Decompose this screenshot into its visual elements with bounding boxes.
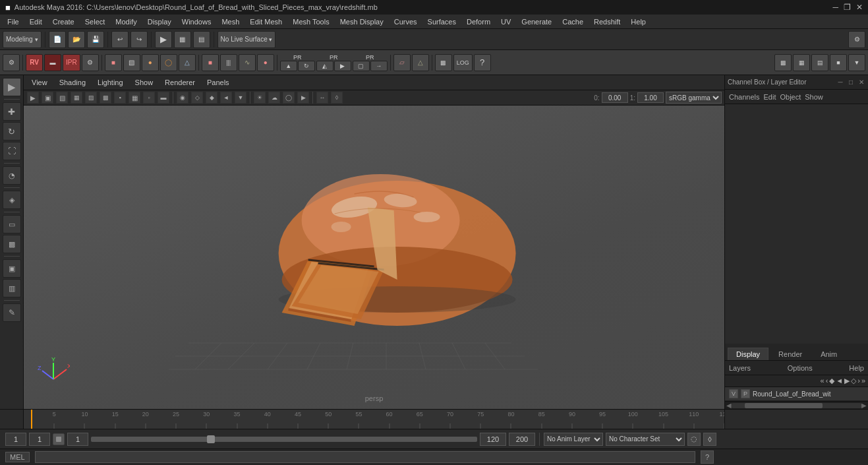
render-view-button[interactable]: RV (26, 54, 43, 71)
panel-layout-4[interactable]: ■ (830, 54, 847, 71)
display-tab-display[interactable]: Display (728, 348, 768, 360)
cube-button[interactable]: ■ (105, 54, 122, 71)
soft-mod-btn[interactable]: ◈ (3, 191, 21, 209)
mel-button[interactable]: MEL (5, 452, 30, 462)
scale-tool-btn[interactable]: ⛶ (3, 142, 21, 160)
pr-btn-3b[interactable]: → (370, 61, 388, 71)
menu-item-display[interactable]: Display (143, 16, 176, 27)
vp-manip5[interactable]: ▼ (235, 92, 246, 104)
vp-manip3[interactable]: ◆ (206, 92, 217, 104)
select-tool[interactable]: ▶ (155, 31, 172, 48)
layer-arrow-8[interactable]: » (861, 377, 865, 385)
menu-item-deform[interactable]: Deform (462, 16, 495, 27)
vp-menu-lighting[interactable]: Lighting (92, 77, 129, 88)
layers-tab[interactable]: Layers (729, 364, 751, 372)
lasso-tool[interactable]: ▦ (174, 31, 191, 48)
scroll-thumb[interactable] (745, 403, 823, 408)
vp-shade4[interactable]: ▪ (114, 92, 126, 104)
ipr-button[interactable]: IPR (63, 54, 80, 71)
scroll-right-btn[interactable]: ▶ (861, 402, 867, 409)
vp-select-icon[interactable]: ▶ (27, 92, 39, 104)
script-btn-2[interactable]: LOG (453, 54, 473, 71)
vp-shade1[interactable]: ▦ (71, 92, 82, 104)
menu-item-cache[interactable]: Cache (558, 16, 588, 27)
timeline-track[interactable]: 5101520253035404550556065707580859095100… (24, 410, 724, 429)
sphere-button[interactable]: ● (142, 54, 159, 71)
edit-tab[interactable]: Edit (763, 93, 776, 101)
move-tool-btn[interactable]: ✚ (3, 102, 21, 121)
panel-maximize-btn[interactable]: □ (847, 78, 855, 86)
render-region-btn[interactable]: ▥ (3, 279, 21, 297)
open-file-button[interactable]: 📂 (68, 31, 85, 48)
command-input[interactable] (35, 451, 695, 463)
panel-layout-3[interactable]: ▤ (811, 54, 828, 71)
close-button[interactable]: ✕ (856, 3, 863, 12)
layer-arrow-7[interactable]: › (857, 377, 860, 385)
menu-item-edit[interactable]: Edit (25, 16, 47, 27)
donut-button[interactable]: ◯ (160, 54, 177, 71)
viewport-canvas[interactable]: persp X Y Z (24, 106, 724, 409)
grid-button[interactable]: ▧ (123, 54, 140, 71)
pr-btn-2b[interactable]: ▶ (334, 61, 351, 71)
new-file-button[interactable]: 📄 (49, 31, 66, 48)
menu-item-generate[interactable]: Generate (517, 16, 556, 27)
menu-item-select[interactable]: Select (80, 16, 110, 27)
snap-points-btn[interactable]: ▩ (3, 235, 21, 253)
vp-coord-y-input[interactable] (637, 92, 664, 103)
range-end-field[interactable] (509, 433, 535, 446)
vp-wireframe-icon[interactable]: ▫ (143, 92, 155, 104)
layer-item[interactable]: V P Round_Loaf_of_Bread_wit (725, 387, 868, 401)
redo-button[interactable]: ↪ (130, 31, 148, 48)
panel-down-btn[interactable]: ▼ (848, 54, 865, 71)
menu-item-uv[interactable]: UV (496, 16, 515, 27)
render-all-button[interactable]: ▬ (44, 54, 61, 71)
vp-snap-icon[interactable]: ◊ (331, 92, 343, 104)
workspace-selector[interactable]: Modeling ▾ (3, 31, 42, 48)
menu-item-curves[interactable]: Curves (390, 16, 422, 27)
menu-item-modify[interactable]: Modify (111, 16, 141, 27)
vp-menu-shading[interactable]: Shading (54, 77, 91, 88)
vp-light3[interactable]: ◯ (283, 92, 295, 104)
layer-visibility[interactable]: V (729, 389, 738, 398)
poly-cube-button[interactable]: ■ (202, 54, 219, 71)
pr-btn-2a[interactable]: ◭ (316, 61, 333, 71)
layer-playback[interactable]: P (741, 389, 750, 398)
vp-grid-icon[interactable]: ▦ (129, 92, 140, 104)
panel-close-btn[interactable]: ✕ (857, 78, 865, 86)
scroll-left-btn[interactable]: ◀ (726, 402, 732, 409)
show-manips-btn[interactable]: ▭ (3, 215, 21, 233)
timeline-slider-thumb[interactable] (207, 435, 215, 443)
layer-arrow-1[interactable]: « (821, 377, 825, 385)
vp-menu-panels[interactable]: Panels (202, 77, 235, 88)
anim-layer-select[interactable]: No Anim Layer (544, 433, 603, 446)
object-tab[interactable]: Object (780, 93, 801, 101)
help-layers-tab[interactable]: Help (849, 364, 864, 372)
current-frame-field[interactable] (5, 433, 26, 446)
walk-icon-btn[interactable]: ◌ (687, 433, 701, 446)
timeline-slider[interactable] (91, 437, 477, 442)
menu-item-redshift[interactable]: Redshift (589, 16, 625, 27)
vp-menu-view[interactable]: View (26, 77, 53, 88)
rotate-tool-btn[interactable]: ↻ (3, 122, 21, 140)
vp-film-icon[interactable]: ▧ (56, 92, 68, 104)
display-tab-render[interactable]: Render (770, 348, 811, 360)
vp-cam-icon[interactable]: ▣ (42, 92, 53, 104)
frame-slider-field[interactable] (67, 433, 88, 446)
vp-smooth-icon[interactable]: ▬ (158, 92, 169, 104)
vp-manip4[interactable]: ◄ (220, 92, 232, 104)
cone-button[interactable]: △ (179, 54, 196, 71)
extrude-button[interactable]: ||| (220, 54, 237, 71)
show-tab[interactable]: Show (805, 93, 823, 101)
layer-arrow-2[interactable]: ‹ (826, 377, 828, 385)
panel-layout-1[interactable]: ▩ (774, 54, 792, 71)
range-start-field[interactable] (480, 433, 506, 446)
panel-layout-2[interactable]: ▦ (793, 54, 810, 71)
vp-menu-show[interactable]: Show (130, 77, 159, 88)
menu-item-edit mesh[interactable]: Edit Mesh (245, 16, 287, 27)
snap-toggle[interactable]: No Live Surface ▾ (217, 31, 275, 48)
surface-button[interactable]: ● (257, 54, 274, 71)
pencil-btn[interactable]: ✎ (3, 303, 21, 322)
frame-slider-thumb[interactable] (53, 433, 65, 445)
help-button[interactable]: ? (701, 450, 714, 464)
right-panel-scrollbar[interactable]: ◀ ▶ (725, 401, 868, 409)
